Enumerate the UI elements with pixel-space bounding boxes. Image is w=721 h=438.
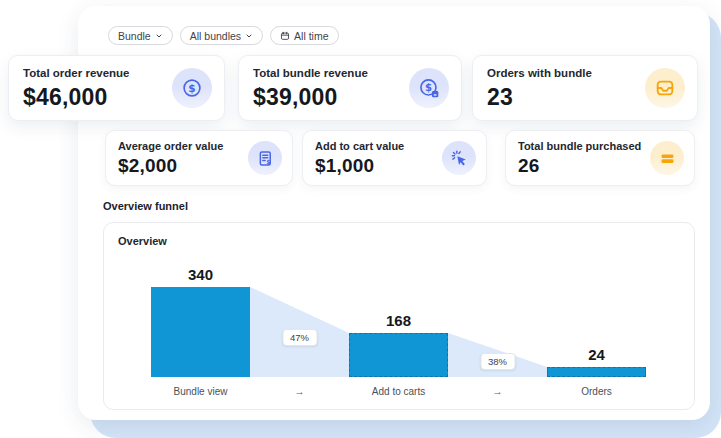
- funnel-section-heading: Overview funnel: [103, 200, 188, 212]
- svg-text:$: $: [266, 158, 270, 165]
- cursor-click-icon: [442, 141, 476, 175]
- stage-arrow: →: [250, 385, 349, 397]
- chevron-down-icon: [245, 32, 253, 40]
- conversion-rate-badge: 47%: [282, 329, 317, 346]
- stat-card-average-order-value: Average order value $2,000 $: [105, 130, 293, 186]
- funnel-card-title: Overview: [118, 235, 167, 247]
- funnel-value-label: 340: [151, 266, 250, 283]
- stat-card-total-bundle-revenue: Total bundle revenue $39,000 $: [238, 55, 462, 121]
- stat-card-total-bundle-purchased: Total bundle purchased 26: [505, 130, 695, 186]
- funnel-card: Overview 340Bundle view47%→168Add to car…: [103, 222, 695, 410]
- svg-text:$: $: [188, 82, 195, 94]
- stat-card-total-order-revenue: Total order revenue $46,000 $: [8, 55, 225, 121]
- svg-text:$: $: [425, 82, 432, 93]
- stage-arrow: →: [448, 385, 547, 397]
- bundle-filter-dropdown[interactable]: Bundle: [108, 26, 173, 45]
- funnel-stage-column: 24Orders: [547, 265, 646, 399]
- funnel-value-label: 168: [349, 312, 448, 329]
- calendar-icon: [280, 31, 290, 41]
- all-bundles-filter-dropdown[interactable]: All bundles: [180, 26, 263, 45]
- all-bundles-filter-label: All bundles: [190, 30, 241, 42]
- conversion-rate-badge: 38%: [480, 353, 515, 370]
- bundle-filter-label: Bundle: [118, 30, 151, 42]
- stack-icon: [650, 141, 684, 175]
- funnel-connector-column: 47%→: [250, 265, 349, 399]
- inbox-icon: [645, 68, 685, 108]
- circle-dollar-icon: $: [172, 68, 212, 108]
- filter-bar: Bundle All bundles All time: [108, 26, 339, 45]
- funnel-bar: [547, 367, 646, 377]
- funnel-connector-column: 38%→: [448, 265, 547, 399]
- stat-card-add-to-cart-value: Add to cart value $1,000: [302, 130, 487, 186]
- funnel-bar: [349, 333, 448, 377]
- funnel-stage-label: Bundle view: [151, 386, 250, 397]
- funnel-bar: [151, 287, 250, 377]
- funnel-stage-column: 168Add to carts: [349, 265, 448, 399]
- stat-card-orders-with-bundle: Orders with bundle 23: [472, 55, 698, 121]
- funnel-chart: 340Bundle view47%→168Add to carts38%→24O…: [151, 265, 646, 399]
- receipt-icon: $: [248, 141, 282, 175]
- funnel-stage-label: Add to carts: [349, 386, 448, 397]
- time-range-filter[interactable]: All time: [270, 26, 338, 45]
- funnel-stage-column: 340Bundle view: [151, 265, 250, 399]
- funnel-value-label: 24: [547, 346, 646, 363]
- funnel-stage-label: Orders: [547, 386, 646, 397]
- time-range-label: All time: [294, 30, 328, 42]
- circle-dollar-badge-icon: $: [409, 68, 449, 108]
- chevron-down-icon: [155, 32, 163, 40]
